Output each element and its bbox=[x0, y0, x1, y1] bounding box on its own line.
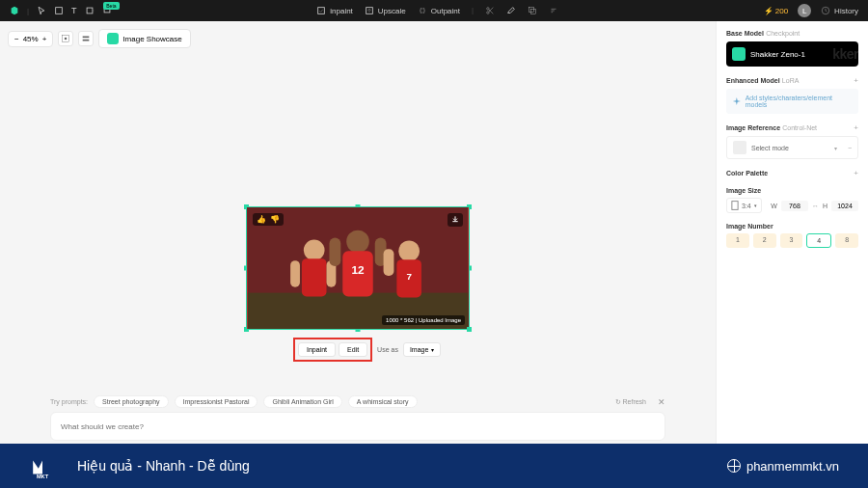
remove-icon[interactable]: − bbox=[848, 145, 852, 151]
showcase-tab[interactable]: Image Showcase bbox=[98, 29, 190, 48]
avatar-initial: L bbox=[802, 7, 806, 15]
svg-point-12 bbox=[65, 38, 68, 41]
palette-label: Color Palette bbox=[726, 170, 768, 176]
num-option-4[interactable]: 4 bbox=[806, 233, 831, 248]
cut-icon[interactable] bbox=[485, 6, 495, 15]
footer-url-text: phanmemmkt.vn bbox=[746, 459, 839, 474]
svg-point-26 bbox=[398, 240, 420, 261]
history-button[interactable]: History bbox=[821, 6, 858, 15]
selected-image[interactable]: 12 7 👍 👎 1000 * 562 | Uploaded Image bbox=[246, 206, 470, 330]
avatar[interactable]: L bbox=[798, 4, 811, 17]
prompt-area: Try prompts: Street photography Impressi… bbox=[50, 395, 665, 441]
use-as-value: Image bbox=[410, 346, 428, 353]
inpaint-action-button[interactable]: Inpaint bbox=[298, 342, 336, 357]
base-model-sublabel: Checkpoint bbox=[766, 30, 800, 37]
num-option-3[interactable]: 3 bbox=[780, 233, 803, 248]
svg-rect-1 bbox=[87, 8, 93, 14]
erase-icon[interactable] bbox=[506, 6, 516, 15]
use-as-dropdown[interactable]: Image ▾ bbox=[403, 342, 441, 357]
image-number-section: Image Number 1 2 3 4 8 bbox=[726, 223, 858, 248]
brand-logo-icon[interactable] bbox=[10, 6, 19, 15]
base-model-label: Base Model bbox=[726, 30, 764, 37]
prompt-input[interactable] bbox=[50, 412, 665, 441]
link-icon[interactable]: ↔ bbox=[812, 203, 819, 209]
color-palette-section: Color Palette + bbox=[726, 169, 858, 177]
credits[interactable]: ⚡ 200 bbox=[764, 7, 788, 15]
prompt-chip[interactable]: Street photography bbox=[94, 395, 169, 408]
top-toolbar: | T Beta inpaint Upscale Outpaint | ⚡ bbox=[0, 0, 868, 21]
image-meta: 1000 * 562 | Uploaded Image bbox=[382, 315, 465, 325]
shape-icon[interactable] bbox=[85, 6, 95, 15]
history-label: History bbox=[834, 7, 858, 15]
num-option-8[interactable]: 8 bbox=[835, 233, 858, 248]
image-action-bar: Inpaint Edit Use as Image ▾ bbox=[293, 338, 441, 362]
zoom-value: 45% bbox=[23, 35, 39, 43]
close-icon[interactable]: ✕ bbox=[658, 397, 665, 407]
enhanced-sublabel: LoRA bbox=[782, 77, 800, 84]
frame-icon[interactable] bbox=[54, 6, 64, 15]
footer-logo: MKT bbox=[29, 452, 56, 479]
reference-mode-select[interactable]: Select mode ▾ − bbox=[726, 136, 858, 159]
footer-url[interactable]: phanmemmkt.vn bbox=[727, 459, 839, 474]
grid-button[interactable] bbox=[78, 31, 94, 46]
add-icon[interactable]: + bbox=[854, 76, 858, 85]
prompt-chip[interactable]: A whimsical story bbox=[348, 395, 418, 408]
svg-rect-18 bbox=[302, 258, 327, 296]
model-icon bbox=[732, 47, 746, 61]
try-prompts-label: Try prompts: bbox=[50, 398, 88, 405]
layers-icon[interactable] bbox=[528, 6, 537, 15]
aspect-ratio-select[interactable]: 3:4 ▾ bbox=[726, 198, 762, 213]
add-icon[interactable]: + bbox=[854, 169, 858, 177]
height-input[interactable] bbox=[831, 201, 858, 211]
topbar-left: | T Beta bbox=[10, 5, 112, 16]
reference-label: Image Reference bbox=[726, 124, 780, 131]
save-tool[interactable]: Beta bbox=[102, 5, 112, 16]
text-tool-icon[interactable]: T bbox=[71, 6, 77, 15]
image-content: 12 7 👍 👎 1000 * 562 | Uploaded Image bbox=[247, 207, 469, 329]
number-options: 1 2 3 4 8 bbox=[726, 233, 858, 248]
zoom-in-icon[interactable]: + bbox=[42, 35, 47, 43]
add-lora-button[interactable]: Add styles/charaters/element models bbox=[726, 89, 858, 114]
image-reference-section: Image Reference Control-Net + Select mod… bbox=[726, 123, 858, 159]
svg-rect-13 bbox=[83, 37, 90, 39]
thumbs-down-icon[interactable]: 👎 bbox=[270, 215, 280, 224]
cursor-icon[interactable] bbox=[37, 6, 46, 15]
svg-rect-8 bbox=[529, 8, 534, 13]
sort-icon[interactable] bbox=[549, 6, 558, 15]
chevron-down-icon: ▾ bbox=[431, 346, 434, 353]
num-option-2[interactable]: 2 bbox=[753, 233, 776, 248]
outpaint-button[interactable]: Outpaint bbox=[418, 6, 460, 15]
inpaint-button[interactable]: inpaint bbox=[316, 6, 353, 15]
zoom-out-icon[interactable]: − bbox=[14, 35, 19, 43]
ratio-icon bbox=[731, 201, 739, 210]
prompt-chip[interactable]: Ghibli Animation Girl bbox=[263, 395, 341, 408]
inpaint-icon bbox=[316, 6, 326, 15]
chevron-down-icon: ▾ bbox=[754, 203, 757, 208]
download-icon bbox=[451, 215, 459, 223]
bolt-icon: ⚡ bbox=[764, 7, 773, 15]
mkt-logo-icon: MKT bbox=[29, 452, 56, 479]
fit-button[interactable] bbox=[58, 31, 73, 46]
refresh-button[interactable]: ↻ Refresh bbox=[615, 398, 646, 406]
divider: | bbox=[472, 6, 474, 15]
upscale-button[interactable]: Upscale bbox=[365, 6, 406, 15]
svg-rect-5 bbox=[420, 9, 424, 13]
thumbs-up-icon[interactable]: 👍 bbox=[257, 215, 266, 224]
canvas[interactable]: − 45% + Image Showcase bbox=[0, 21, 716, 444]
base-model-card[interactable]: Shakker Zeno-1 kker bbox=[726, 41, 858, 67]
base-model-name: Shakker Zeno-1 bbox=[750, 50, 805, 59]
base-model-section: Base Model Checkpoint Shakker Zeno-1 kke… bbox=[726, 29, 858, 67]
svg-text:7: 7 bbox=[406, 271, 412, 282]
showcase-label: Image Showcase bbox=[122, 35, 181, 43]
prompt-chip[interactable]: Impressionist Pastoral bbox=[175, 395, 258, 408]
svg-text:12: 12 bbox=[351, 263, 365, 277]
credits-value: 200 bbox=[775, 7, 788, 15]
sparkle-icon bbox=[732, 96, 742, 106]
download-button[interactable] bbox=[448, 213, 463, 227]
add-icon[interactable]: + bbox=[854, 123, 858, 132]
edit-action-button[interactable]: Edit bbox=[339, 342, 367, 357]
ratio-value: 3:4 bbox=[742, 203, 751, 209]
num-option-1[interactable]: 1 bbox=[726, 233, 749, 248]
width-input[interactable] bbox=[781, 201, 808, 211]
zoom-control[interactable]: − 45% + bbox=[8, 31, 53, 47]
